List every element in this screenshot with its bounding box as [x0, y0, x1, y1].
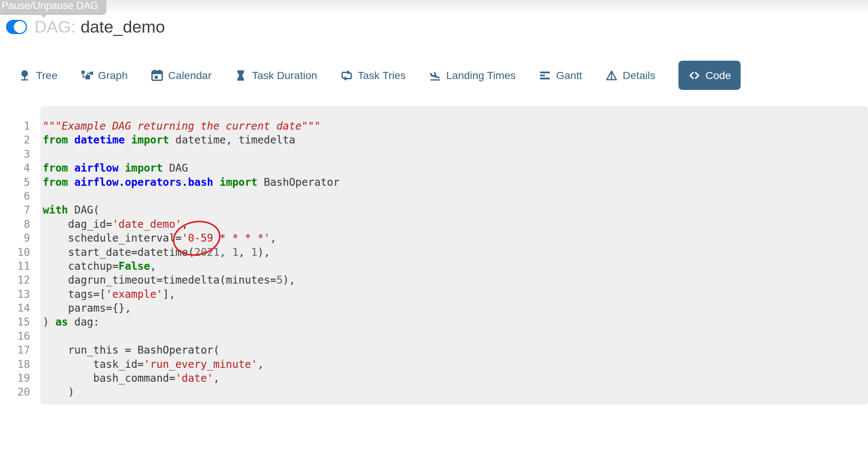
- code-line-content: tags=['example'],: [36, 287, 868, 301]
- gantt-bars-icon: [539, 69, 551, 82]
- code-line-content: ) as dag:: [36, 315, 868, 329]
- line-number: 15: [0, 315, 36, 329]
- code-line-content: catchup=False,: [36, 259, 868, 273]
- code-line-content: dagrun_timeout=timedelta(minutes=5),: [36, 273, 868, 287]
- code-line-content: [36, 189, 868, 203]
- tooltip-text: Pause/Unpause DAG: [1, 0, 98, 11]
- line-number: 11: [0, 259, 36, 273]
- dag-code-panel: 1"""Example DAG returning the current da…: [0, 106, 868, 405]
- annotation-ellipse: [166, 216, 227, 261]
- tab-calendar[interactable]: Calendar: [151, 69, 212, 82]
- tab-label: Calendar: [168, 69, 212, 82]
- code-line-content: task_id='run_every_minute',: [36, 357, 868, 371]
- code-line: 2from datetime import datetime, timedelt…: [0, 133, 868, 147]
- code-line: 11 catchup=False,: [0, 259, 868, 273]
- line-number: 8: [0, 217, 36, 231]
- line-number: 6: [0, 189, 36, 203]
- code-line-content: ): [36, 385, 868, 399]
- code-line: 1"""Example DAG returning the current da…: [0, 119, 868, 133]
- dag-label-prefix: DAG:: [34, 17, 76, 37]
- toggle-knob: [14, 21, 26, 33]
- graph-icon: [81, 69, 93, 82]
- view-tabs: TreeGraphCalendarTask DurationTask Tries…: [19, 61, 741, 90]
- code-line: 8 dag_id='date_demo',: [0, 217, 868, 231]
- line-number: 17: [0, 343, 36, 357]
- line-number: 10: [0, 245, 36, 259]
- code-line: 18 task_id='run_every_minute',: [0, 357, 868, 371]
- code-line-content: bash_command='date',: [36, 371, 868, 385]
- dag-name: date_demo: [81, 17, 165, 37]
- code-line: 7with DAG(: [0, 203, 868, 217]
- tab-label: Code: [705, 69, 731, 82]
- code-line: 15) as dag:: [0, 315, 868, 329]
- tab-task-tries[interactable]: Task Tries: [341, 69, 406, 82]
- tab-landing-times[interactable]: Landing Times: [429, 69, 515, 82]
- tab-tree[interactable]: Tree: [19, 69, 58, 82]
- code-line-content: run_this = BashOperator(: [36, 343, 868, 357]
- tree-icon: [19, 69, 31, 82]
- airflow-code-view-page: Pause/Unpause DAG DAG: date_demo TreeGra…: [0, 0, 868, 460]
- hourglass-icon: [235, 69, 247, 82]
- line-number: 20: [0, 385, 36, 399]
- code-line-content: start_date=datetime(2021, 1, 1),: [36, 245, 868, 259]
- code-brackets-icon: [688, 69, 701, 82]
- dag-header: DAG: date_demo: [6, 16, 165, 37]
- code-line: 16: [0, 329, 868, 343]
- code-line: 10 start_date=datetime(2021, 1, 1),: [0, 245, 868, 259]
- code-line-content: from airflow import DAG: [36, 161, 868, 175]
- code-line: 19 bash_command='date',: [0, 371, 868, 385]
- code-line-content: from airflow.operators.bash import BashO…: [36, 175, 868, 189]
- tab-label: Details: [623, 69, 655, 82]
- tab-graph[interactable]: Graph: [81, 69, 128, 82]
- tooltip-arrow: [39, 12, 49, 18]
- code-line: 5from airflow.operators.bash import Bash…: [0, 175, 868, 189]
- tab-label: Gantt: [556, 69, 582, 82]
- line-number: 7: [0, 203, 36, 217]
- code-line: 20 ): [0, 385, 868, 399]
- code-line-content: from datetime import datetime, timedelta: [36, 133, 868, 147]
- tab-label: Task Duration: [252, 69, 317, 82]
- line-number: 14: [0, 301, 36, 315]
- code-line: 9 schedule_interval='0-59 * * * *',: [0, 231, 868, 245]
- calendar-icon: [151, 69, 163, 82]
- line-number: 18: [0, 357, 36, 371]
- line-number: 1: [0, 119, 36, 133]
- code-line: 3: [0, 147, 868, 161]
- line-number: 13: [0, 287, 36, 301]
- code-line-content: params={},: [36, 301, 868, 315]
- plane-landing-icon: [429, 69, 441, 82]
- code-line: 6: [0, 189, 868, 203]
- repeat-icon: [341, 69, 353, 82]
- line-number: 5: [0, 175, 36, 189]
- code-line-content: [36, 147, 868, 161]
- line-number: 2: [0, 133, 36, 147]
- code-line-content: """Example DAG returning the current dat…: [36, 119, 868, 133]
- dag-pause-toggle[interactable]: [6, 20, 27, 34]
- code-line: 4from airflow import DAG: [0, 161, 868, 175]
- code-line: 12 dagrun_timeout=timedelta(minutes=5),: [0, 273, 868, 287]
- triangle-icon: [605, 69, 618, 82]
- line-number: 4: [0, 161, 36, 175]
- tab-code[interactable]: Code: [678, 61, 741, 90]
- tab-label: Landing Times: [446, 69, 515, 82]
- tab-gantt[interactable]: Gantt: [539, 69, 582, 82]
- code-rows: 1"""Example DAG returning the current da…: [0, 106, 868, 405]
- code-line-content: with DAG(: [36, 203, 868, 217]
- code-line: 14 params={},: [0, 301, 868, 315]
- tab-details[interactable]: Details: [605, 69, 655, 82]
- code-line: 17 run_this = BashOperator(: [0, 343, 868, 357]
- line-number: 3: [0, 147, 36, 161]
- line-number: 12: [0, 273, 36, 287]
- line-number: 19: [0, 371, 36, 385]
- code-line-content: schedule_interval='0-59 * * * *',: [36, 231, 868, 245]
- page-title: DAG: date_demo: [34, 17, 165, 37]
- tab-label: Graph: [98, 69, 128, 82]
- line-number: 16: [0, 329, 36, 343]
- line-number: 9: [0, 231, 36, 245]
- tab-task-duration[interactable]: Task Duration: [235, 69, 317, 82]
- tab-label: Task Tries: [358, 69, 406, 82]
- code-line-content: dag_id='date_demo',: [36, 217, 868, 231]
- code-line: 13 tags=['example'],: [0, 287, 868, 301]
- top-fade-band: [0, 0, 868, 17]
- code-line-content: [36, 329, 868, 343]
